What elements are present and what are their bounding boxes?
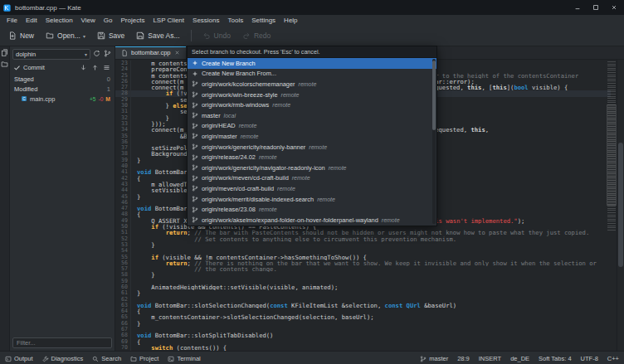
- branch-list-item[interactable]: origin/release/24.02remote: [188, 152, 436, 163]
- maximize-button[interactable]: [588, 0, 602, 15]
- branch-icon: [192, 143, 198, 150]
- menu-projects[interactable]: Projects: [116, 15, 149, 26]
- search-icon: [92, 356, 99, 362]
- branch-list-item[interactable]: origin/work/genericity/readonly-bannerre…: [188, 142, 436, 153]
- code-line[interactable]: 63void BottomBar::slotSelectionChanged(c…: [115, 303, 611, 308]
- menu-tools[interactable]: Tools: [224, 15, 248, 26]
- branch-icon: [192, 133, 198, 139]
- cursor-position[interactable]: 28:9: [457, 355, 470, 362]
- project-selector[interactable]: dolphin ▾: [12, 49, 90, 60]
- code-line[interactable]: 60 AnimatedHeightWidget::setVisible(visi…: [115, 284, 611, 290]
- branch-name: origin/master: [202, 133, 237, 140]
- menu-file[interactable]: File: [2, 15, 22, 26]
- save-button[interactable]: Save: [92, 30, 129, 41]
- code-line[interactable]: 54: [115, 248, 611, 254]
- code-text: // the contents change.: [130, 266, 277, 272]
- save-as-button[interactable]: Save As...: [131, 30, 184, 41]
- git-branch-status-label: master: [429, 355, 448, 362]
- editor-scrollbar[interactable]: [617, 60, 624, 351]
- new-button[interactable]: New: [3, 30, 39, 41]
- code-line[interactable]: 58 }: [115, 272, 611, 278]
- git-pull-button[interactable]: [80, 64, 88, 72]
- branch-list-item[interactable]: origin/release/23.08remote: [188, 204, 436, 215]
- menu-go[interactable]: Go: [100, 15, 117, 26]
- git-modified-row[interactable]: Modified 1: [10, 84, 115, 94]
- branch-scope: remote: [239, 123, 257, 129]
- code-line[interactable]: 66}: [115, 321, 611, 327]
- code-line[interactable]: 64{: [115, 308, 611, 314]
- menu-view[interactable]: View: [77, 15, 100, 26]
- git-branch-status[interactable]: master: [420, 355, 448, 362]
- minimap[interactable]: [607, 61, 616, 231]
- filter-input[interactable]: [12, 337, 112, 348]
- code-line[interactable]: 59: [115, 279, 611, 284]
- code-line[interactable]: 65 m_contentsContainer->slotSelectionCha…: [115, 314, 611, 320]
- sidebar-tool-filesystem[interactable]: [1, 61, 8, 68]
- diagnostics-toolview-button[interactable]: Diagnostics: [42, 355, 84, 362]
- code-line[interactable]: 51 return; // The bar with PasteContents…: [115, 230, 611, 235]
- code-line[interactable]: 70 switch (contents()) {: [115, 345, 611, 351]
- branch-list-item[interactable]: origin/meven/cd-craft-buildremote: [188, 183, 436, 194]
- popup-scrollbar[interactable]: [432, 59, 436, 224]
- arrow-up-icon: [91, 64, 99, 71]
- syntax-mode[interactable]: C++: [607, 355, 619, 362]
- tab-close-icon[interactable]: [174, 50, 180, 56]
- git-push-button[interactable]: [91, 64, 100, 72]
- code-line[interactable]: 56 return; // There is nothing on the ba…: [115, 260, 611, 266]
- reload-project-button[interactable]: [93, 50, 101, 58]
- tab-bottombar-cpp[interactable]: bottombar.cpp: [115, 46, 187, 59]
- minimap-viewport[interactable]: [607, 104, 617, 206]
- menu-settings[interactable]: Settings: [247, 15, 280, 26]
- dictionary-label: de_DE: [510, 355, 529, 362]
- branch-list-item[interactable]: origin/work/merrit/disable-indexed-searc…: [188, 194, 436, 205]
- branch-list-item[interactable]: origin/work/genericity/navigator-readonl…: [188, 163, 436, 173]
- editor-scrollbar-thumb[interactable]: [618, 143, 623, 267]
- menu-sessions[interactable]: Sessions: [188, 15, 223, 26]
- branch-list-item[interactable]: Create New Branch: [188, 58, 436, 69]
- encoding[interactable]: UTF-8: [581, 355, 598, 362]
- code-line[interactable]: 52 // Set contents to anything else to c…: [115, 236, 611, 242]
- branch-list-item[interactable]: origin/work/kcolorschememanagerremote: [188, 79, 436, 90]
- git-staged-row[interactable]: Staged 0: [10, 74, 115, 84]
- sidebar-tool-documents[interactable]: [1, 49, 8, 56]
- tab-mode[interactable]: Soft Tabs: 4: [539, 355, 571, 362]
- project-branch-button[interactable]: [104, 50, 112, 58]
- menu-edit[interactable]: Edit: [22, 15, 41, 26]
- toolbar: NewOpen...▾SaveSave As...UndoRedo: [0, 26, 624, 46]
- code-line[interactable]: 53 }: [115, 242, 611, 248]
- git-menu-button[interactable]: [103, 64, 111, 72]
- branch-list-item[interactable]: origin/work/rmb-windowsremote: [188, 99, 436, 110]
- menu-help[interactable]: Help: [280, 15, 301, 26]
- branch-list-item[interactable]: origin/work/win-breeze-styleremote: [188, 90, 436, 100]
- branch-list-item[interactable]: origin/work/meven/cd-craft-buildremote: [188, 173, 436, 184]
- branch-icon: [192, 206, 198, 213]
- menu-selection[interactable]: Selection: [41, 15, 77, 26]
- code-line[interactable]: 57 // the contents change.: [115, 266, 611, 272]
- project-toolview-button[interactable]: Project: [130, 355, 158, 362]
- terminal-toolview-button[interactable]: Terminal: [168, 355, 200, 362]
- popup-scrollbar-thumb[interactable]: [432, 61, 436, 130]
- open-button[interactable]: Open...▾: [41, 30, 90, 41]
- menu-lsp-client[interactable]: LSP Client: [149, 15, 188, 26]
- minimize-button[interactable]: [570, 0, 584, 15]
- code-line[interactable]: 62: [115, 297, 611, 303]
- code-line[interactable]: 55 if (visible && !m_contentsContainer->…: [115, 255, 611, 260]
- code-line[interactable]: 67: [115, 327, 611, 332]
- code-line[interactable]: 69{: [115, 339, 611, 345]
- output-toolview-button[interactable]: Output: [5, 355, 33, 362]
- branch-list-item[interactable]: masterlocal: [188, 110, 436, 121]
- branch-list-item[interactable]: Create New Branch From...: [188, 69, 436, 80]
- code-line[interactable]: 68void BottomBar::slotSplitTabDisabled(): [115, 332, 611, 338]
- modified-file-row[interactable]: C main.cpp +5 -0 M: [10, 94, 115, 104]
- dictionary[interactable]: de_DE: [510, 355, 529, 362]
- code-text: [130, 248, 137, 254]
- input-mode[interactable]: INSERT: [479, 355, 501, 362]
- code-text: [130, 279, 137, 284]
- code-line[interactable]: 61}: [115, 290, 611, 296]
- branch-list-item[interactable]: origin/work/akselmo/expand-folder-on-hov…: [188, 215, 436, 226]
- commit-button[interactable]: Commit: [23, 64, 45, 71]
- branch-list-item[interactable]: origin/HEADremote: [188, 121, 436, 132]
- branch-list-item[interactable]: origin/masterremote: [188, 131, 436, 142]
- search-toolview-button[interactable]: Search: [92, 355, 121, 362]
- close-button[interactable]: [607, 0, 621, 15]
